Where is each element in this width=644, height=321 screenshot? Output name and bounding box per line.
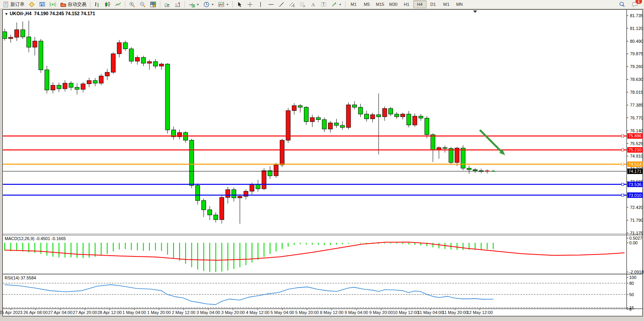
rsi-axis-tick-label: 80 [629, 281, 634, 286]
candle-body [190, 140, 194, 185]
chart-ohlc-quote: 74.190 74.245 74.152 74.171 [34, 11, 95, 16]
candle-body [346, 105, 351, 127]
price-axis-tick-label: 77.385 [630, 103, 643, 107]
time-axis-label: 27 Apr 20:00 [73, 310, 97, 315]
candle-body [75, 87, 79, 89]
candle-body [437, 147, 441, 149]
candle-body [365, 114, 369, 119]
candle-body [340, 125, 345, 127]
candle-body [160, 64, 164, 66]
price-axis-tick-label: 78.630 [630, 77, 643, 82]
price-axis-tick-label: 76.770 [630, 116, 643, 120]
candle-body [238, 196, 242, 198]
price-axis-tick-label: 78.015 [630, 90, 643, 95]
price-axis-tick-label: 72.420 [630, 205, 643, 210]
candle-body [51, 85, 55, 90]
candle-body [370, 115, 375, 119]
current-price-label: 74.171 [628, 169, 642, 174]
candle-body [105, 72, 109, 76]
time-axis-label: 5 May 20:00 [295, 310, 319, 315]
candle-body [304, 107, 309, 122]
candle-body [250, 185, 254, 191]
price-line-label: 73.010 [628, 193, 642, 198]
candle-body [467, 168, 471, 170]
price-line-label: 73.536 [628, 182, 642, 187]
chart-title: ▼UKOil-,H4 74.190 74.245 74.152 74.171 [5, 11, 95, 16]
candle-body [117, 43, 121, 54]
rsi-axis-tick-label: 100 [629, 275, 636, 280]
price-axis-tick-label: 76.140 [630, 128, 643, 133]
time-axis-label: 4 May 12:00 [246, 310, 270, 315]
candle-body [292, 105, 297, 111]
candle-body [69, 83, 73, 88]
candle-body [328, 123, 333, 129]
macd-axis-tick-label: 0.00 [629, 240, 637, 245]
candle-body [413, 116, 417, 125]
candle-body [99, 76, 104, 83]
candle-body [21, 30, 25, 37]
symbol-dropdown-icon[interactable]: ▼ [5, 12, 8, 16]
candle-body [395, 114, 399, 117]
time-axis-label: 25 Apr 2023 [0, 310, 23, 315]
candle-body [27, 37, 31, 47]
candle-body [407, 114, 411, 125]
macd-axis-tick-label: 0.5027 [629, 236, 642, 240]
price-axis-tick-label: 74.910 [630, 154, 643, 158]
price-axis-tick-label: 81.120 [630, 26, 643, 31]
candle-body [141, 58, 146, 63]
candle-body [39, 41, 43, 70]
candle-body [316, 118, 321, 119]
candle-body [425, 118, 429, 135]
candle-body [45, 70, 49, 90]
candle-body [232, 189, 236, 198]
price-line-label: 75.886 [628, 133, 642, 138]
candle-body [3, 32, 7, 39]
candle-body [461, 148, 465, 168]
price-axis-tick-label: 75.525 [630, 141, 643, 146]
time-axis-label: 10 May 12:00 [393, 310, 419, 315]
time-axis-label: 26 Apr 08:00 [23, 310, 47, 315]
candle-body [63, 83, 67, 89]
time-axis-label: 9 May 20:00 [369, 310, 393, 315]
candle-body [310, 118, 314, 122]
candle-body [443, 147, 447, 148]
line-handle[interactable] [621, 194, 624, 196]
line-handle[interactable] [621, 135, 624, 137]
line-handle[interactable] [621, 183, 624, 186]
candle-body [256, 185, 260, 189]
chart-area[interactable]: 81.73581.12080.49079.87579.26078.63078.0… [0, 0, 644, 321]
candle-body [57, 85, 61, 89]
macd-indicator-label: MACD(12,26,9) -0.4501 -0.1665 [5, 236, 66, 241]
line-handle[interactable] [621, 163, 624, 165]
line-handle[interactable] [621, 149, 624, 151]
candle-body [220, 197, 224, 219]
candle-body [165, 64, 170, 130]
rsi-indicator-label: RSI(14) 37.5584 [5, 275, 36, 280]
candle-body [431, 135, 435, 150]
candle-body [226, 189, 230, 197]
chart-symbol-period: UKOil-,H4 [10, 11, 32, 16]
time-axis-label: 8 May 12:00 [320, 310, 344, 315]
candle-body [334, 123, 339, 125]
candle-body [123, 43, 128, 49]
rsi-axis-tick-label: 50 [629, 292, 634, 297]
candle-body [449, 148, 453, 162]
candle-body [389, 109, 393, 114]
candle-body [377, 115, 381, 117]
candle-body [129, 49, 133, 61]
price-axis-tick-label: 79.875 [630, 51, 643, 56]
time-axis-label: 2 May 12:00 [172, 310, 196, 315]
candle-body [353, 105, 357, 107]
price-axis-tick-label: 71.790 [630, 218, 643, 223]
time-axis-label: 3 May 20:00 [221, 310, 245, 315]
candle-body [280, 140, 284, 165]
time-axis-label: 27 Apr 04:00 [48, 310, 72, 315]
price-axis-tick-label: 81.735 [630, 13, 643, 18]
candle-body [274, 165, 278, 176]
candle-body [196, 186, 200, 201]
candle-body [208, 210, 212, 215]
candle-body [111, 54, 116, 72]
candle-body [147, 61, 152, 63]
candle-body [214, 215, 218, 219]
candle-body [135, 58, 140, 61]
